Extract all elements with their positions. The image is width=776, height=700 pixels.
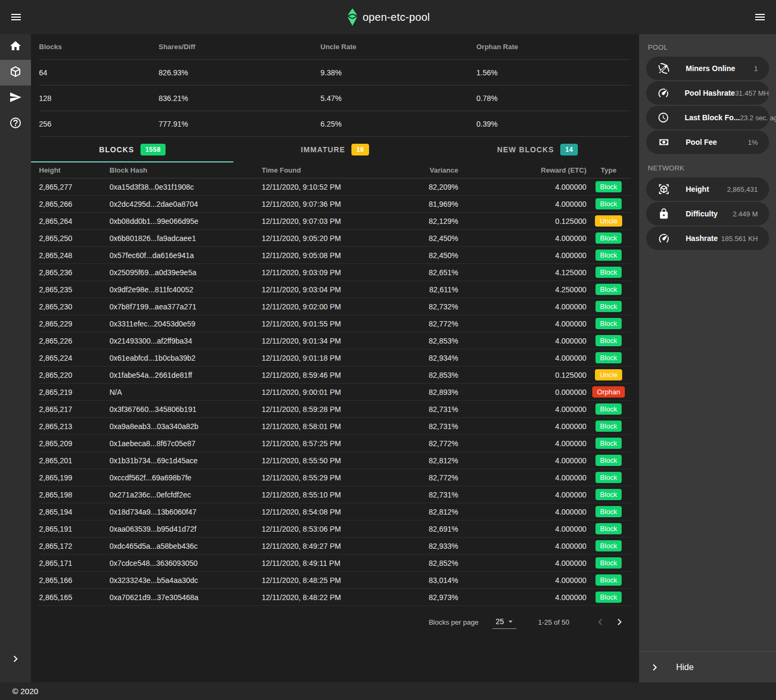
variance: 82,732% xyxy=(405,298,458,315)
stats-header: Orphan Rate xyxy=(476,34,631,60)
variance: 82,129% xyxy=(405,213,458,230)
next-page-button[interactable] xyxy=(610,612,629,632)
type-badge: Block xyxy=(595,421,622,432)
speedometer-icon xyxy=(657,232,670,245)
cash-icon xyxy=(657,136,670,149)
type-badge: Block xyxy=(595,250,622,261)
type-badge: Block xyxy=(595,301,622,312)
type-badge: Block xyxy=(595,523,622,534)
reward: 0.125000 xyxy=(458,213,586,230)
time-found: 12/11/2020, 8:58:01 PM xyxy=(262,418,405,435)
variance: 82,611% xyxy=(405,281,458,298)
stat-value: 1% xyxy=(748,138,758,146)
block-height: 2,865,229 xyxy=(39,315,109,332)
reward: 4.000000 xyxy=(458,555,586,572)
stat-hashrate: Hashrate 185.561 KH xyxy=(646,227,769,250)
variance: 82,853% xyxy=(405,367,458,384)
stats-cell: 0.39% xyxy=(476,111,631,137)
previous-page-button[interactable] xyxy=(591,612,610,632)
block-hash: 0xccdf562f...69a698b7fe xyxy=(109,469,262,486)
block-hash: N/A xyxy=(109,384,262,401)
variance: 82,852% xyxy=(405,555,458,572)
variance: 82,731% xyxy=(405,486,458,503)
time-found: 12/11/2020, 8:59:28 PM xyxy=(262,401,405,418)
network-stats-list: Height 2,865,431 Difficulty 2.449 M Hash… xyxy=(639,177,776,251)
stats-cell: 9.38% xyxy=(320,60,476,85)
tab-immature[interactable]: Immature 16 xyxy=(233,137,436,162)
type-badge: Block xyxy=(595,318,622,329)
block-hash: 0x2dc4295d...2dae0a8704 xyxy=(109,196,262,213)
stat-pool-fee: Pool Fee 1% xyxy=(646,130,769,154)
sidebar-item-payments[interactable] xyxy=(0,85,31,111)
type-badge: Block xyxy=(595,557,622,569)
stat-difficulty: Difficulty 2.449 M xyxy=(646,202,769,225)
block-height: 2,865,235 xyxy=(39,281,109,298)
left-menu-button[interactable] xyxy=(3,4,29,30)
stats-cell: 256 xyxy=(39,111,159,137)
tab-blocks[interactable]: Blocks 1558 xyxy=(31,137,233,162)
block-height: 2,865,213 xyxy=(39,418,109,435)
type-badge: Block xyxy=(595,403,622,415)
blocks-tabs: Blocks 1558 Immature 16 New Blocks 14 xyxy=(31,137,639,162)
stats-cell: 826.93% xyxy=(159,60,320,85)
block-height: 2,865,224 xyxy=(39,349,109,367)
time-found: 12/11/2020, 8:55:50 PM xyxy=(262,452,405,469)
sidebar-item-blocks[interactable] xyxy=(0,60,31,85)
speedometer-icon xyxy=(657,87,669,99)
reward: 4.000000 xyxy=(458,520,586,538)
stat-value: 1 xyxy=(754,65,758,73)
block-height: 2,865,248 xyxy=(39,247,109,264)
reward: 4.000000 xyxy=(458,349,586,367)
reward: 4.000000 xyxy=(458,298,586,315)
per-page-select[interactable]: 25 xyxy=(492,616,517,629)
time-found: 12/11/2020, 9:03:09 PM xyxy=(262,264,405,281)
network-section-title: NETWORK xyxy=(639,155,776,177)
main-content: BlocksShares/DiffUncle RateOrphan Rate64… xyxy=(31,34,639,682)
per-page-value: 25 xyxy=(496,617,504,626)
type-badge: Block xyxy=(595,489,622,500)
block-hash: 0xb08dd0b1...99e066d95e xyxy=(109,213,262,230)
stats-cell: 836.21% xyxy=(159,85,320,111)
sidebar-item-help[interactable] xyxy=(0,111,31,137)
variance: 82,812% xyxy=(405,503,458,520)
time-found: 12/11/2020, 9:02:00 PM xyxy=(262,298,405,315)
time-found: 12/11/2020, 8:55:10 PM xyxy=(262,486,405,503)
drawer-hide-button[interactable]: Hide xyxy=(639,651,776,682)
stat-last-block-fo: Last Block Fo... 23.2 sec. ago xyxy=(646,106,769,129)
time-found: 12/11/2020, 8:48:25 PM xyxy=(262,572,405,589)
block-hash: 0x57fec60f...da616e941a xyxy=(109,247,262,264)
block-hash: 0xaa063539...b95d41d72f xyxy=(109,520,262,538)
send-icon xyxy=(9,91,22,106)
type-badge: Block xyxy=(595,284,622,295)
block-hash: 0xdc465d5a...a58beb436c xyxy=(109,538,262,555)
block-hash: 0x7b8f7199...aea377a271 xyxy=(109,298,262,315)
reward: 4.000000 xyxy=(458,230,586,247)
block-hash: 0x18d734a9...13b6060f47 xyxy=(109,503,262,520)
block-height: 2,865,266 xyxy=(39,196,109,213)
variance: 82,973% xyxy=(405,589,458,606)
stats-header: Blocks xyxy=(39,34,159,60)
variance: 82,934% xyxy=(405,349,458,367)
type-badge: Uncle xyxy=(595,215,622,227)
rail-expand-button[interactable] xyxy=(0,646,31,672)
chevron-left-icon xyxy=(594,616,607,628)
type-badge: Block xyxy=(595,592,622,603)
block-hash: 0x6b801826...fa9adcaee1 xyxy=(109,230,262,247)
reward: 0.000000 xyxy=(458,384,586,401)
reward: 0.125000 xyxy=(458,367,586,384)
tab-new-blocks[interactable]: New Blocks 14 xyxy=(436,137,639,162)
column-header: Block Hash xyxy=(109,162,262,178)
reward: 4.000000 xyxy=(458,538,586,555)
reward: 4.000000 xyxy=(458,589,586,606)
pickaxe-icon xyxy=(657,62,670,75)
time-found: 12/11/2020, 8:48:22 PM xyxy=(262,589,405,606)
sidebar-item-home[interactable] xyxy=(0,34,31,60)
time-found: 12/11/2020, 8:57:25 PM xyxy=(262,435,405,452)
app-title-group: open-etc-pool xyxy=(346,0,430,34)
right-menu-button[interactable] xyxy=(747,4,773,30)
stat-pool-hashrate: Pool Hashrate 31.457 MH xyxy=(646,81,769,105)
variance: 82,691% xyxy=(405,520,458,538)
block-hash: 0x25095f69...a0d39e9e5a xyxy=(109,264,262,281)
stat-label: Pool Hashrate xyxy=(685,89,735,97)
page-range-label: 1-25 of 50 xyxy=(538,618,569,626)
